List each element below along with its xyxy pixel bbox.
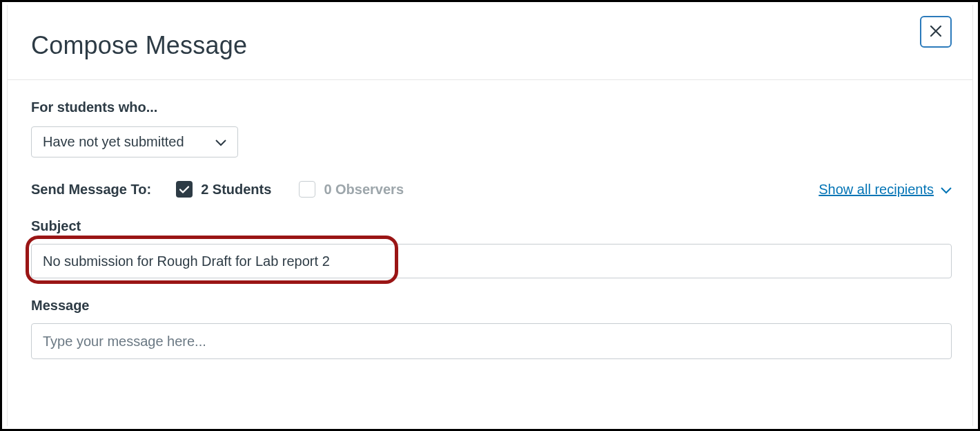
send-to-row: Send Message To: 2 Students 0 Observers … <box>31 181 952 198</box>
modal-header: Compose Message <box>31 15 952 60</box>
subject-label: Subject <box>31 218 952 234</box>
observers-checkbox[interactable] <box>299 181 315 198</box>
message-label: Message <box>31 298 952 314</box>
filter-dropdown[interactable]: Have not yet submitted <box>31 126 238 157</box>
observers-count-label: 0 Observers <box>324 182 404 198</box>
close-icon <box>930 26 941 39</box>
send-to-label: Send Message To: <box>31 182 151 198</box>
close-button[interactable] <box>920 16 952 48</box>
compose-message-modal: Compose Message For students who... Have… <box>7 5 973 426</box>
filter-section: For students who... Have not yet submitt… <box>31 99 952 157</box>
students-count-label: 2 Students <box>201 182 271 198</box>
observers-checkbox-group[interactable]: 0 Observers <box>299 181 404 198</box>
show-all-recipients-text: Show all recipients <box>819 182 934 198</box>
chevron-down-icon <box>215 134 226 150</box>
filter-label: For students who... <box>31 99 952 115</box>
students-checkbox-group[interactable]: 2 Students <box>176 181 271 198</box>
header-divider <box>8 79 972 80</box>
message-section: Message <box>31 298 952 362</box>
screenshot-frame: Compose Message For students who... Have… <box>0 0 980 431</box>
chevron-down-icon <box>941 182 952 198</box>
message-textarea[interactable] <box>31 323 952 359</box>
students-checkbox[interactable] <box>176 181 193 198</box>
show-all-recipients-link[interactable]: Show all recipients <box>819 182 952 198</box>
subject-section: Subject <box>31 218 952 278</box>
subject-input-wrapper <box>31 244 952 278</box>
subject-input[interactable] <box>31 244 952 278</box>
modal-title: Compose Message <box>31 31 247 60</box>
filter-selected-value: Have not yet submitted <box>43 134 184 150</box>
